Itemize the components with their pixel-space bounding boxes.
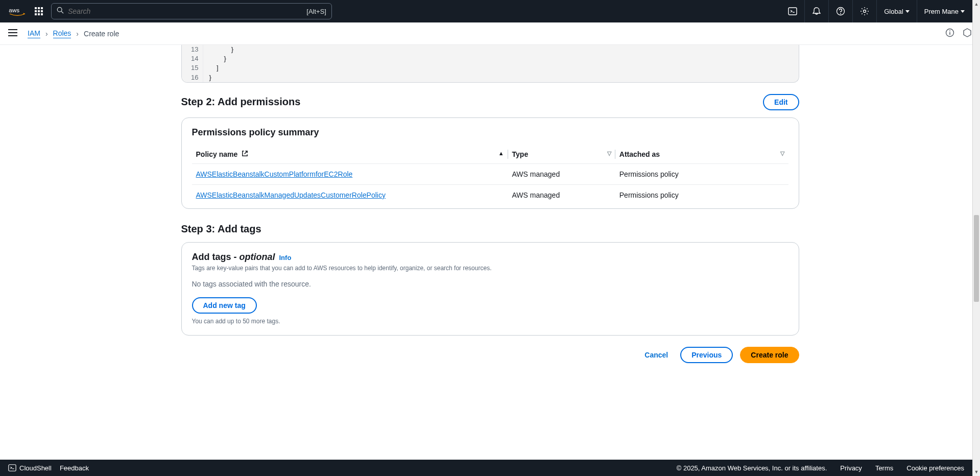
- svg-rect-7: [35, 13, 37, 15]
- chevron-right-icon: ›: [76, 30, 79, 38]
- step2-title: Step 2: Add permissions: [181, 96, 301, 108]
- info-icon[interactable]: [945, 28, 954, 39]
- svg-point-10: [57, 7, 62, 12]
- security-hub-icon[interactable]: [963, 28, 972, 39]
- scrollbar-track[interactable]: [973, 8, 980, 460]
- search-input[interactable]: [68, 7, 306, 15]
- policy-link[interactable]: AWSElasticBeanstalkManagedUpdatesCustome…: [196, 191, 386, 199]
- vertical-scrollbar[interactable]: ▲ ▼: [972, 0, 980, 460]
- policy-type: AWS managed: [508, 184, 615, 205]
- svg-rect-1: [35, 7, 37, 9]
- sort-icon: ▽: [607, 150, 611, 157]
- line-number: 13: [182, 45, 203, 54]
- search-icon: [57, 7, 64, 16]
- code-line: ]: [203, 63, 219, 73]
- svg-rect-4: [35, 10, 37, 12]
- scroll-up-icon[interactable]: ▲: [973, 0, 980, 8]
- svg-line-11: [61, 11, 63, 13]
- permissions-table: Policy name ▲ Type ▽ Attached as ▽: [192, 145, 788, 205]
- col-policy-name[interactable]: Policy name ▲: [192, 145, 508, 164]
- tags-panel: Add tags - optional Info Tags are key-va…: [181, 242, 799, 336]
- svg-rect-2: [38, 7, 40, 9]
- aws-logo[interactable]: aws: [8, 6, 27, 16]
- svg-rect-9: [41, 13, 43, 15]
- svg-rect-6: [41, 10, 43, 12]
- code-line: }: [203, 73, 211, 82]
- region-selector[interactable]: Global: [876, 0, 917, 22]
- user-menu[interactable]: Prem Mane: [917, 0, 972, 22]
- trust-policy-json: 13 } 14 } 15 ] 16}: [181, 45, 799, 83]
- scrollbar-thumb[interactable]: [974, 215, 979, 302]
- breadcrumb-bar: IAM › Roles › Create role: [0, 22, 980, 45]
- region-label: Global: [884, 8, 903, 15]
- svg-text:aws: aws: [9, 7, 19, 13]
- chevron-right-icon: ›: [45, 30, 48, 38]
- cancel-button[interactable]: Cancel: [639, 348, 673, 362]
- chevron-down-icon: [905, 10, 910, 13]
- chevron-down-icon: [961, 10, 965, 13]
- svg-line-24: [245, 151, 248, 154]
- breadcrumb: IAM › Roles › Create role: [28, 29, 119, 38]
- settings-icon[interactable]: [852, 0, 876, 22]
- external-link-icon: [242, 150, 248, 158]
- step3-title: Step 3: Add tags: [181, 223, 799, 235]
- tags-description: Tags are key-value pairs that you can ad…: [192, 265, 788, 272]
- policy-attached-as: Permissions policy: [615, 184, 788, 205]
- svg-rect-8: [38, 13, 40, 15]
- permissions-panel: Permissions policy summary Policy name ▲…: [181, 117, 799, 209]
- services-grid-icon[interactable]: [35, 7, 43, 15]
- add-new-tag-button[interactable]: Add new tag: [192, 297, 257, 314]
- tags-empty-text: No tags associated with the resource.: [192, 280, 788, 288]
- permissions-panel-title: Permissions policy summary: [192, 127, 788, 138]
- svg-marker-23: [964, 29, 971, 37]
- side-nav-toggle[interactable]: [8, 29, 17, 38]
- user-label: Prem Mane: [924, 8, 959, 15]
- table-row: AWSElasticBeanstalkCustomPlatformforEC2R…: [192, 163, 788, 184]
- line-number: 14: [182, 54, 203, 63]
- main-content: 13 } 14 } 15 ] 16} Step 2: Add permissio…: [0, 45, 980, 460]
- sort-icon: ▽: [780, 150, 784, 157]
- col-attached-as[interactable]: Attached as ▽: [615, 145, 788, 164]
- svg-rect-3: [41, 7, 43, 9]
- wizard-actions: Cancel Previous Create role: [181, 347, 799, 363]
- col-type[interactable]: Type ▽: [508, 145, 615, 164]
- tags-hint: You can add up to 50 more tags.: [192, 318, 788, 325]
- help-icon[interactable]: [828, 0, 852, 22]
- notifications-icon[interactable]: [804, 0, 828, 22]
- top-nav: aws [Alt+S] Global Prem Mane: [0, 0, 980, 22]
- sort-asc-icon: ▲: [498, 150, 504, 156]
- table-row: AWSElasticBeanstalkManagedUpdatesCustome…: [192, 184, 788, 205]
- code-line: }: [203, 54, 226, 63]
- tags-title: Add tags - optional: [192, 252, 275, 263]
- search-box[interactable]: [Alt+S]: [51, 3, 332, 19]
- svg-rect-5: [38, 10, 40, 12]
- cloudshell-icon[interactable]: [781, 0, 804, 22]
- svg-point-16: [864, 10, 866, 13]
- search-shortcut: [Alt+S]: [306, 8, 326, 15]
- breadcrumb-iam[interactable]: IAM: [28, 29, 40, 38]
- col-type-label: Type: [512, 150, 529, 158]
- col-policy-label: Policy name: [196, 150, 238, 158]
- edit-permissions-button[interactable]: Edit: [763, 94, 799, 110]
- policy-link[interactable]: AWSElasticBeanstalkCustomPlatformforEC2R…: [196, 170, 353, 178]
- breadcrumb-current: Create role: [84, 30, 119, 38]
- policy-type: AWS managed: [508, 163, 615, 184]
- breadcrumb-roles[interactable]: Roles: [53, 29, 71, 38]
- line-number: 16: [182, 73, 203, 82]
- create-role-button[interactable]: Create role: [740, 347, 799, 363]
- tags-info-link[interactable]: Info: [279, 254, 292, 261]
- line-number: 15: [182, 63, 203, 73]
- code-line: }: [203, 45, 234, 54]
- previous-button[interactable]: Previous: [680, 347, 733, 363]
- svg-point-21: [949, 30, 950, 31]
- svg-point-15: [840, 13, 841, 14]
- col-attached-label: Attached as: [619, 150, 660, 158]
- policy-attached-as: Permissions policy: [615, 163, 788, 184]
